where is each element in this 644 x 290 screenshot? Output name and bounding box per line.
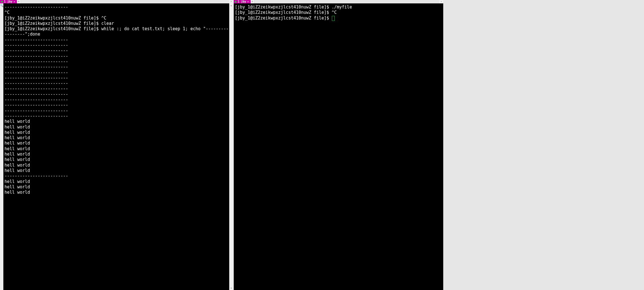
left-scrollbar[interactable]: ▴ ▾: [229, 3, 233, 290]
scroll-down-icon[interactable]: ▾: [229, 286, 233, 290]
new-tab-button[interactable]: +: [251, 0, 255, 3]
right-pane: 1 jby × + ▾ [jby_1@iZ2zeikwpxzjlcst410nu…: [234, 0, 443, 290]
left-gutter: 🔍: [0, 3, 3, 290]
tab-menu-button[interactable]: ▾: [439, 0, 443, 3]
workspace: 1 jby × + ▾ 🔍 ------------------------- …: [0, 0, 644, 290]
close-tab-icon[interactable]: ×: [14, 0, 15, 3]
running-indicator-icon: [1, 1, 3, 3]
right-tab[interactable]: 1 jby ×: [234, 0, 251, 3]
new-tab-button[interactable]: +: [17, 0, 21, 3]
right-terminal[interactable]: [jby_1@iZ2zeikwpxzjlcst410nuwZ file]$ ./…: [234, 3, 443, 290]
scroll-up-icon[interactable]: ▴: [229, 3, 233, 7]
tab-menu-button[interactable]: ▾: [229, 0, 233, 3]
running-indicator-icon: [235, 1, 237, 3]
search-icon[interactable]: 🔍: [0, 4, 3, 7]
left-pane: 1 jby × + ▾ 🔍 ------------------------- …: [0, 0, 233, 290]
close-tab-icon[interactable]: ×: [247, 0, 249, 3]
tab-spacer: [255, 0, 439, 3]
left-tab[interactable]: 1 jby ×: [0, 0, 17, 3]
tab-spacer: [21, 0, 229, 3]
right-tab-title: 1 jby: [238, 0, 246, 3]
right-tabbar: 1 jby × + ▾: [234, 0, 443, 3]
terminal-cursor: [332, 16, 334, 21]
left-tab-title: 1 jby: [4, 0, 12, 3]
left-tabbar: 1 jby × + ▾: [0, 0, 233, 3]
empty-area: [443, 0, 644, 290]
left-terminal[interactable]: ------------------------- ^C [jby_1@iZ2z…: [3, 3, 233, 290]
